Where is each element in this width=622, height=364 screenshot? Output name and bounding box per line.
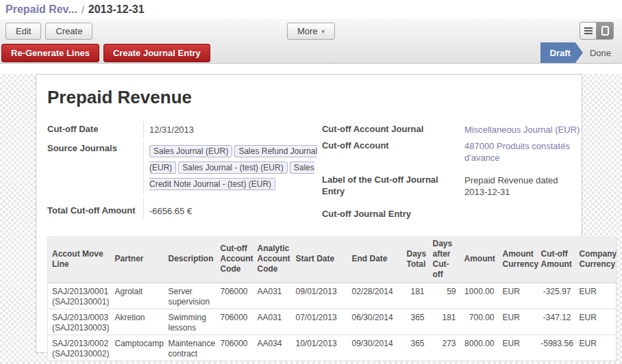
dropdown-caret-icon: ▾ xyxy=(322,28,325,35)
workflow-states: Draft Done xyxy=(540,42,622,63)
cell-amount[interactable]: 8000.00 xyxy=(460,335,499,361)
breadcrumb-parent-link[interactable]: Prepaid Rev... xyxy=(5,3,77,16)
source-journals-label: Source Journals xyxy=(47,141,143,157)
col-days-total[interactable]: Days Total xyxy=(403,236,429,283)
cell-description[interactable]: Server supervision xyxy=(164,283,216,309)
cell-start-date[interactable]: 10/01/2013 xyxy=(292,335,348,361)
cell-amount[interactable]: 1000.00 xyxy=(460,283,499,309)
page-title: Prepaid Revenue xyxy=(47,87,582,108)
cutoff-journal-entry-label: Cut-off Journal Entry xyxy=(322,200,459,222)
cutoff-lines-table: Accout Move Line Partner Description Cut… xyxy=(47,236,617,361)
cell-cutoff-account-code[interactable]: 706000 xyxy=(216,335,253,361)
form-view-icon xyxy=(601,26,609,36)
cell-end-date[interactable]: 02/28/2014 xyxy=(348,283,403,309)
toolbar: Edit Create More▾ xyxy=(0,19,622,42)
table-row[interactable]: SAJ/2013/0001 (SAJ20130001) Agrolait Ser… xyxy=(48,283,617,309)
cutoff-account-journal-label: Cut-off Account Journal xyxy=(322,122,459,138)
col-amount-currency[interactable]: Amount Currency xyxy=(499,236,537,283)
col-cutoff-account-code[interactable]: Cut-off Account Code xyxy=(216,236,253,283)
cell-cutoff-amount[interactable]: -5983.56 xyxy=(537,335,575,361)
cell-partner[interactable]: Agrolait xyxy=(111,283,164,309)
form-view-button[interactable] xyxy=(597,23,613,39)
col-amount[interactable]: Amount xyxy=(460,236,499,283)
cell-description[interactable]: Maintenance contract xyxy=(164,335,216,361)
cell-days-after-cutoff[interactable]: 273 xyxy=(429,335,460,361)
table-row[interactable]: SAJ/2013/0002 (SAJ20130002) Camptocamp M… xyxy=(48,335,617,361)
cutoff-account-journal-value[interactable]: Miscellaneous Journal (EUR) xyxy=(459,122,581,138)
col-start-date[interactable]: Start Date xyxy=(292,236,348,283)
list-view-icon xyxy=(584,27,593,34)
cutoff-date-value[interactable]: 12/31/2013 xyxy=(143,122,318,138)
status-bar: Re-Generate Lines Create Journal Entry D… xyxy=(0,42,622,64)
cell-move-line[interactable]: SAJ/2013/0001 (SAJ20130001) xyxy=(48,283,111,309)
cell-days-total[interactable]: 365 xyxy=(403,309,429,335)
cell-cutoff-amount[interactable]: -347.12 xyxy=(537,309,575,335)
account-link[interactable]: 487000 Produits constatés d'avance xyxy=(464,141,570,164)
col-analytic-account-code[interactable]: Analytic Account Code xyxy=(253,236,292,283)
col-end-date[interactable]: End Date xyxy=(348,236,403,283)
cell-description[interactable]: Swimming lessons xyxy=(164,309,216,335)
journal-link[interactable]: Miscellaneous Journal (EUR) xyxy=(464,125,580,135)
cutoff-date-label: Cut-off Date xyxy=(47,122,143,138)
cell-company-currency[interactable]: EUR xyxy=(575,309,617,335)
cell-days-after-cutoff[interactable]: 59 xyxy=(429,283,460,309)
create-button[interactable]: Create xyxy=(45,23,92,40)
journal-tag[interactable]: Sales Journal - (test) (EUR) xyxy=(178,161,287,174)
cell-analytic-account-code[interactable]: AA031 xyxy=(253,309,292,335)
cell-move-line[interactable]: SAJ/2013/0002 (SAJ20130002) xyxy=(48,335,111,361)
more-dropdown-button[interactable]: More▾ xyxy=(287,23,335,40)
journal-entry-label-label: Label of the Cut-off Journal Entry xyxy=(322,166,459,200)
cell-analytic-account-code[interactable]: AA031 xyxy=(253,283,292,309)
cutoff-account-value[interactable]: 487000 Produits constatés d'avance xyxy=(459,138,581,166)
list-view-button[interactable] xyxy=(580,23,597,39)
cutoff-journal-entry-value xyxy=(459,200,581,211)
create-journal-entry-button[interactable]: Create Journal Entry xyxy=(103,44,210,62)
edit-button[interactable]: Edit xyxy=(5,23,41,40)
col-cutoff-amount[interactable]: Cut-off Amount xyxy=(537,236,575,283)
cell-company-currency[interactable]: EUR xyxy=(575,335,617,361)
cell-move-line[interactable]: SAJ/2013/0003 (SAJ20130003) xyxy=(48,309,111,335)
cell-partner[interactable]: Camptocamp xyxy=(111,335,164,361)
cell-cutoff-account-code[interactable]: 706000 xyxy=(216,309,253,335)
cell-company-currency[interactable]: EUR xyxy=(575,283,617,309)
action-buttons: Re-Generate Lines Create Journal Entry xyxy=(0,44,210,62)
left-field-group: Cut-off Date 12/31/2013 Source Journals … xyxy=(47,122,322,222)
cell-amount-currency[interactable]: EUR xyxy=(499,283,537,309)
cell-cutoff-amount[interactable]: -325.97 xyxy=(537,283,575,309)
cell-days-total[interactable]: 181 xyxy=(403,283,429,309)
col-description[interactable]: Description xyxy=(164,236,216,283)
col-days-after-cutoff[interactable]: Days after Cut-off xyxy=(429,236,460,283)
state-draft-badge[interactable]: Draft xyxy=(540,42,583,63)
cell-start-date[interactable]: 09/01/2013 xyxy=(292,283,348,309)
cell-amount-currency[interactable]: EUR xyxy=(499,335,537,361)
right-field-group: Cut-off Account Journal Miscellaneous Jo… xyxy=(322,122,582,222)
col-partner[interactable]: Partner xyxy=(111,236,164,283)
col-company-currency[interactable]: Company Currency xyxy=(575,236,617,283)
cell-cutoff-account-code[interactable]: 706000 xyxy=(216,283,253,309)
cell-start-date[interactable]: 07/01/2013 xyxy=(292,309,348,335)
regenerate-lines-button[interactable]: Re-Generate Lines xyxy=(1,44,99,62)
col-account-move-line[interactable]: Accout Move Line xyxy=(48,236,111,283)
breadcrumb-current: 2013-12-31 xyxy=(88,3,145,16)
cell-end-date[interactable]: 06/30/2014 xyxy=(348,309,403,335)
table-row[interactable]: SAJ/2013/0003 (SAJ20130003) Akretion Swi… xyxy=(48,309,617,335)
journal-tag[interactable]: Sales Journal (EUR) xyxy=(149,145,232,157)
cell-days-total[interactable]: 365 xyxy=(403,335,429,361)
state-done-label[interactable]: Done xyxy=(590,48,611,58)
cell-analytic-account-code[interactable]: AA034 xyxy=(253,335,292,361)
content-background: Prepaid Revenue Cut-off Date 12/31/2013 … xyxy=(0,74,622,364)
cell-partner[interactable]: Akretion xyxy=(111,309,164,335)
cell-amount[interactable]: 700.00 xyxy=(460,309,499,335)
cell-end-date[interactable]: 09/30/2014 xyxy=(348,335,403,361)
table-header-row: Accout Move Line Partner Description Cut… xyxy=(48,236,617,283)
cell-amount-currency[interactable]: EUR xyxy=(499,309,537,335)
journal-entry-label-value[interactable]: Prepaid Revenue dated 2013-12-31 xyxy=(459,166,581,200)
more-label: More xyxy=(297,26,318,36)
breadcrumb-separator: / xyxy=(82,4,84,16)
total-cutoff-amount-value: -6656.65 € xyxy=(143,197,318,220)
form-sheet: Prepaid Revenue Cut-off Date 12/31/2013 … xyxy=(36,74,582,353)
source-journals-tags[interactable]: Sales Journal (EUR)Sales Refund Journal … xyxy=(143,141,318,194)
breadcrumb: Prepaid Rev... / 2013-12-31 xyxy=(0,0,622,19)
field-groups: Cut-off Date 12/31/2013 Source Journals … xyxy=(47,122,582,222)
cell-days-after-cutoff[interactable]: 181 xyxy=(429,309,460,335)
